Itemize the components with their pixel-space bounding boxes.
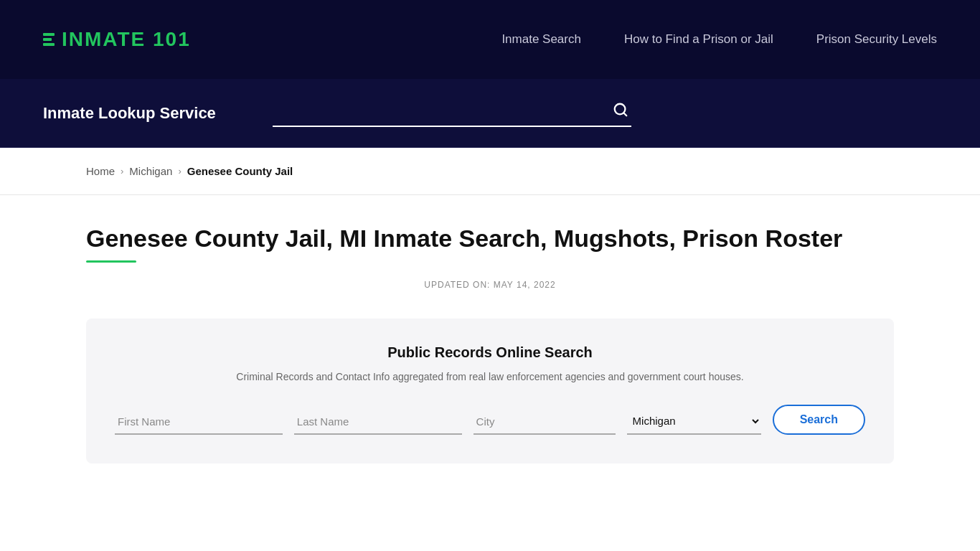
page-title: Genesee County Jail, MI Inmate Search, M… [86, 224, 894, 253]
breadcrumb: Home › Michigan › Genesee County Jail [86, 165, 894, 177]
records-search-box: Public Records Online Search Criminal Re… [86, 319, 894, 463]
title-underline [86, 260, 136, 263]
first-name-input[interactable] [115, 410, 283, 435]
logo-bar-3 [43, 43, 55, 46]
state-select[interactable]: Michigan Alabama Alaska Arizona Californ… [627, 408, 761, 435]
nav-link-how-to-find[interactable]: How to Find a Prison or Jail [624, 32, 773, 47]
search-icon [613, 102, 628, 118]
logo-name-part1: INMATE [62, 28, 146, 50]
logo-text: INMATE 101 [62, 28, 191, 51]
updated-text: UPDATED ON: MAY 14, 2022 [86, 280, 894, 290]
nav-links: Inmate Search How to Find a Prison or Ja… [501, 32, 937, 47]
breadcrumb-current: Genesee County Jail [187, 165, 293, 177]
main-content: Genesee County Jail, MI Inmate Search, M… [0, 195, 980, 507]
search-section: Inmate Lookup Service [0, 79, 980, 148]
state-field: Michigan Alabama Alaska Arizona Californ… [627, 408, 761, 435]
top-navigation: INMATE 101 Inmate Search How to Find a P… [0, 0, 980, 79]
svg-line-1 [623, 113, 626, 116]
nav-link-security-levels[interactable]: Prison Security Levels [816, 32, 937, 47]
logo-bars-icon [43, 33, 55, 46]
records-search-title: Public Records Online Search [115, 344, 865, 361]
breadcrumb-home[interactable]: Home [86, 165, 115, 177]
logo-name-part2: 101 [153, 28, 191, 50]
breadcrumb-separator-2: › [178, 166, 181, 176]
last-name-input[interactable] [294, 410, 462, 435]
search-submit-button[interactable] [610, 99, 631, 123]
logo-bar-2 [43, 38, 52, 41]
nav-link-inmate-search[interactable]: Inmate Search [501, 32, 581, 47]
logo-bar-1 [43, 33, 55, 36]
first-name-field [115, 410, 283, 435]
breadcrumb-state[interactable]: Michigan [129, 165, 172, 177]
records-search-subtitle: Criminal Records and Contact Info aggreg… [115, 369, 865, 385]
search-input[interactable] [273, 102, 610, 121]
search-input-container [273, 99, 631, 127]
records-search-button[interactable]: Search [773, 405, 865, 435]
city-field [473, 410, 616, 435]
breadcrumb-separator-1: › [121, 166, 123, 176]
city-input[interactable] [473, 410, 616, 435]
records-search-form: Michigan Alabama Alaska Arizona Californ… [115, 405, 865, 435]
last-name-field [294, 410, 462, 435]
search-section-label: Inmate Lookup Service [43, 104, 244, 123]
breadcrumb-section: Home › Michigan › Genesee County Jail [0, 148, 980, 195]
logo[interactable]: INMATE 101 [43, 28, 191, 51]
